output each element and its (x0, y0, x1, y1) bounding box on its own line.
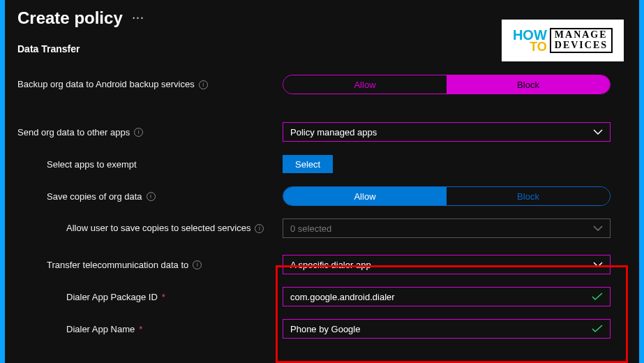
label-appname: Dialer App Name (66, 324, 135, 334)
info-icon[interactable]: i (147, 192, 156, 201)
logo-line2: DEVICES (555, 40, 608, 51)
dropdown-allowsave-value: 0 selected (290, 223, 331, 234)
required-icon: * (162, 292, 165, 302)
dropdown-telecom-value: A specific dialer app (290, 260, 371, 270)
chevron-down-icon (593, 128, 603, 135)
more-icon[interactable]: ··· (133, 13, 145, 24)
logo-howtomanagedevices: HOW TO MANAGE DEVICES (502, 20, 624, 61)
label-allowsave: Allow user to save copies to selected se… (66, 222, 250, 235)
dropdown-sendorg[interactable]: Policy managed apps (283, 122, 611, 142)
toggle-savecopy-allow[interactable]: Allow (283, 187, 447, 205)
toggle-savecopy-block[interactable]: Block (447, 187, 610, 205)
dropdown-telecom[interactable]: A specific dialer app (283, 255, 611, 274)
info-icon[interactable]: i (255, 224, 264, 233)
label-pkgid: Dialer App Package ID (66, 292, 158, 302)
check-icon (592, 292, 603, 301)
info-icon[interactable]: i (199, 80, 208, 89)
chevron-down-icon (593, 225, 603, 232)
toggle-backup[interactable]: Allow Block (283, 75, 611, 94)
label-backup: Backup org data to Android backup servic… (17, 78, 195, 91)
chevron-down-icon (593, 261, 603, 268)
toggle-backup-block[interactable]: Block (447, 75, 610, 94)
check-icon (592, 325, 603, 333)
label-savecopy: Save copies of org data (47, 191, 142, 202)
dropdown-sendorg-value: Policy managed apps (290, 127, 377, 138)
label-telecom: Transfer telecommunication data to (47, 260, 188, 270)
label-exempt: Select apps to exempt (47, 159, 137, 170)
dropdown-allowsave: 0 selected (283, 218, 611, 238)
select-button[interactable]: Select (283, 155, 333, 173)
logo-line1: MANAGE (555, 30, 608, 40)
required-icon: * (139, 324, 142, 334)
input-appname[interactable]: Phone by Google (283, 319, 611, 339)
toggle-savecopy[interactable]: Allow Block (283, 186, 611, 206)
info-icon[interactable]: i (134, 128, 143, 137)
input-pkgid-value: com.google.android.dialer (290, 292, 395, 302)
input-pkgid[interactable]: com.google.android.dialer (283, 287, 611, 306)
toggle-backup-allow[interactable]: Allow (283, 75, 447, 94)
info-icon[interactable]: i (193, 260, 202, 269)
highlight-box (276, 265, 628, 363)
label-sendorg: Send org data to other apps (17, 127, 130, 138)
input-appname-value: Phone by Google (290, 324, 360, 334)
logo-to: TO (513, 41, 547, 52)
page-title: Create policy (17, 8, 123, 28)
